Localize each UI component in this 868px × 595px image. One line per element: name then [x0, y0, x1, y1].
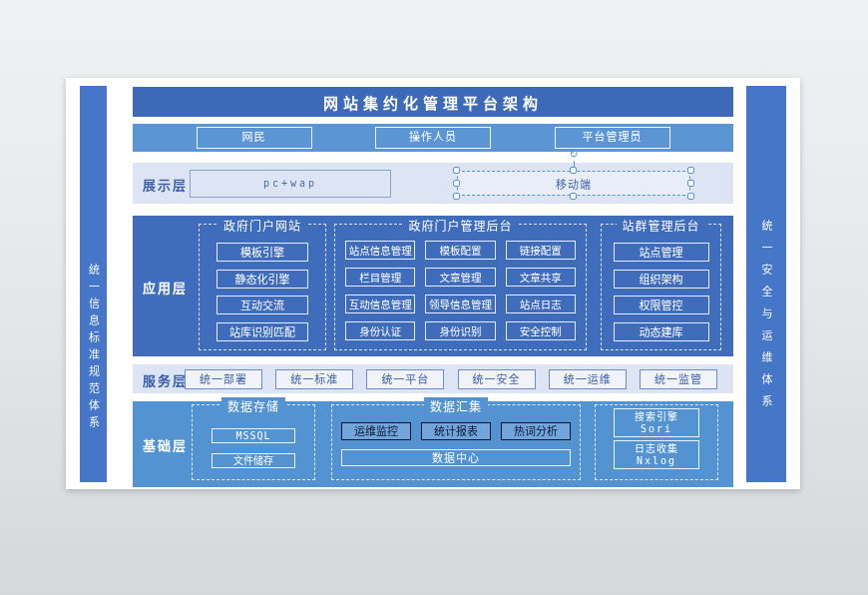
resize-handle-bottom-middle[interactable] — [570, 193, 577, 200]
actors-band: 网民 操作人员 平台管理员 — [133, 124, 733, 152]
module-box-mssql[interactable]: MSSQL — [212, 428, 295, 443]
resize-handle-top-left[interactable] — [453, 167, 460, 174]
right-rail-label: 统一安全与运维体系 — [758, 220, 774, 417]
module-box[interactable]: 组织架构 — [614, 270, 709, 289]
module-box[interactable]: 领导信息管理 — [425, 295, 495, 313]
module-box[interactable]: 安全控制 — [506, 321, 576, 340]
module-box-log-collect[interactable]: 日志收集 Nxlog — [614, 440, 699, 469]
page-background: 统一信息标准规范体系 统一安全与运维体系 网站集约化管理平台架构 网民 操作人员… — [0, 0, 868, 595]
resize-handle-bottom-left[interactable] — [453, 193, 460, 200]
actor-box-operator[interactable]: 操作人员 — [375, 127, 491, 149]
resize-handle-middle-right[interactable] — [687, 180, 694, 187]
module-box[interactable]: 文章共享 — [506, 268, 576, 287]
application-layer-label: 应用层 — [143, 277, 188, 296]
diagram-content: 网站集约化管理平台架构 网民 操作人员 平台管理员 展示层 pc+wap 移动端… — [133, 78, 733, 489]
module-box-data-center[interactable]: 数据中心 — [341, 449, 571, 466]
display-layer-band: 展示层 pc+wap 移动端 ↻ — [133, 163, 733, 204]
tool-sublabel: Nxlog — [615, 455, 698, 467]
module-box[interactable]: 站点日志 — [506, 295, 576, 313]
group-items: 站点管理 组织架构 权限管控 动态建库 — [602, 225, 720, 349]
module-box[interactable]: 站点信息管理 — [345, 241, 415, 260]
module-box[interactable]: 文章管理 — [425, 268, 495, 287]
group-data-aggregation: 数据汇集 运维监控 统计报表 热词分析 数据中心 — [331, 404, 581, 480]
module-box[interactable]: 静态化引擎 — [217, 270, 308, 289]
foundation-layer-band: 基础层 数据存储 MSSQL 文件储存 数据汇集 运维监控 统计报表 热词分析 — [133, 401, 733, 487]
resize-handle-top-right[interactable] — [687, 167, 694, 174]
service-box[interactable]: 统一安全 — [458, 369, 536, 389]
module-box-file-storage[interactable]: 文件储存 — [212, 453, 295, 468]
group-title: 数据存储 — [221, 397, 285, 414]
foundation-layer-label: 基础层 — [143, 435, 188, 454]
module-box[interactable]: 互动信息管理 — [345, 295, 415, 313]
module-box[interactable]: 身份识别 — [425, 321, 495, 340]
slide-panel: 统一信息标准规范体系 统一安全与运维体系 网站集约化管理平台架构 网民 操作人员… — [66, 78, 800, 489]
rotate-handle-icon[interactable]: ↻ — [569, 149, 578, 160]
application-layer-band: 应用层 政府门户网站 模板引擎 静态化引擎 互动交流 站库识别匹配 政府门户管理… — [133, 216, 733, 356]
group-title: 站群管理后台 — [616, 217, 705, 234]
service-box[interactable]: 统一运维 — [549, 369, 627, 389]
module-box[interactable]: 模板配置 — [425, 241, 495, 260]
group-items: 模板引擎 静态化引擎 互动交流 站库识别匹配 — [200, 225, 325, 349]
service-layer-label: 服务层 — [143, 369, 188, 388]
module-box[interactable]: 站库识别匹配 — [217, 322, 308, 341]
left-rail[interactable]: 统一信息标准规范体系 — [80, 86, 107, 482]
group-items: MSSQL 文件储存 — [193, 405, 314, 479]
group-data-storage: 数据存储 MSSQL 文件储存 — [192, 404, 315, 480]
group-title: 政府门户管理后台 — [402, 217, 518, 234]
module-box[interactable]: 栏目管理 — [345, 268, 415, 287]
service-box[interactable]: 统一部署 — [185, 369, 262, 389]
title-bar[interactable]: 网站集约化管理平台架构 — [133, 87, 733, 117]
group-gov-portal-site: 政府门户网站 模板引擎 静态化引擎 互动交流 站库识别匹配 — [199, 224, 326, 350]
module-box-search-engine[interactable]: 搜索引擎 Sori — [614, 408, 699, 437]
display-layer-label: 展示层 — [143, 174, 188, 193]
actor-box-platform-admin[interactable]: 平台管理员 — [555, 127, 670, 149]
diagram-title: 网站集约化管理平台架构 — [323, 92, 543, 113]
module-box-stats-report[interactable]: 统计报表 — [421, 422, 491, 440]
service-items: 统一部署 统一标准 统一平台 统一安全 统一运维 统一监管 — [185, 364, 717, 393]
group-title: 数据汇集 — [424, 397, 488, 414]
group-items: 站点信息管理 模板配置 链接配置 栏目管理 文章管理 文章共享 互动信息管理 领… — [335, 225, 586, 349]
resize-handle-bottom-right[interactable] — [687, 193, 694, 200]
module-box[interactable]: 互动交流 — [217, 296, 308, 314]
module-box[interactable]: 身份认证 — [345, 321, 415, 340]
module-box[interactable]: 动态建库 — [614, 322, 709, 341]
mobile-box-selection[interactable]: 移动端 ↻ — [457, 171, 690, 196]
service-box[interactable]: 统一监管 — [640, 369, 717, 389]
group-title: 政府门户网站 — [217, 217, 307, 234]
tool-label: 搜索引擎 — [615, 410, 698, 423]
group-site-cluster-admin: 站群管理后台 站点管理 组织架构 权限管控 动态建库 — [601, 224, 721, 350]
pc-wap-box[interactable]: pc+wap — [190, 170, 391, 198]
right-rail[interactable]: 统一安全与运维体系 — [746, 86, 786, 482]
group-gov-portal-admin: 政府门户管理后台 站点信息管理 模板配置 链接配置 栏目管理 文章管理 文章共享… — [334, 224, 587, 350]
service-layer-band: 服务层 统一部署 统一标准 统一平台 统一安全 统一运维 统一监管 — [133, 364, 733, 393]
resize-handle-middle-left[interactable] — [453, 180, 460, 187]
module-box[interactable]: 权限管控 — [614, 296, 709, 314]
module-box[interactable]: 模板引擎 — [217, 243, 308, 262]
service-box[interactable]: 统一平台 — [366, 369, 444, 389]
tool-sublabel: Sori — [615, 423, 698, 435]
left-rail-label: 统一信息标准规范体系 — [86, 264, 102, 433]
module-box[interactable]: 链接配置 — [506, 241, 576, 260]
resize-handle-top-middle[interactable] — [570, 167, 577, 174]
actor-box-citizen[interactable]: 网民 — [197, 127, 312, 149]
group-search-and-log: 搜索引擎 Sori 日志收集 Nxlog — [595, 404, 718, 480]
module-box[interactable]: 站点管理 — [614, 243, 709, 262]
service-box[interactable]: 统一标准 — [275, 369, 353, 389]
module-box-hotword-analysis[interactable]: 热词分析 — [501, 422, 571, 440]
tool-label: 日志收集 — [615, 442, 698, 455]
module-box-ops-monitor[interactable]: 运维监控 — [341, 422, 411, 440]
